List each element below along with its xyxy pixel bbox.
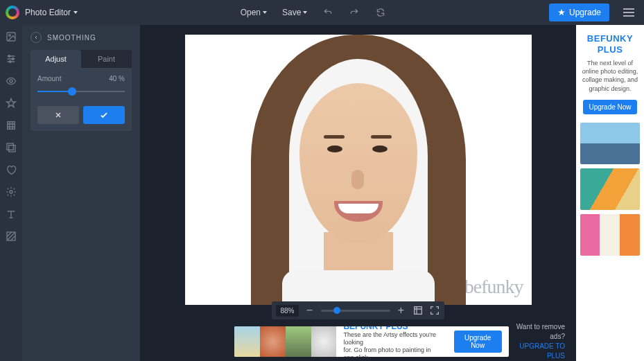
svg-point-2 [8, 55, 10, 58]
heart-tool-icon[interactable] [5, 164, 17, 176]
remove-ads-question: Want to remove ads? [509, 322, 565, 342]
ad-text: BEFUNKY PLUS These are the Artsy effects… [336, 326, 446, 357]
star-icon [557, 8, 566, 17]
ad-upgrade-button[interactable]: Upgrade Now [454, 331, 502, 353]
main-row: SMOOTHING Adjust Paint Amount 40 % [0, 25, 644, 361]
bottom-strip: BEFUNKY PLUS These are the Artsy effects… [140, 322, 576, 361]
check-icon [99, 110, 109, 120]
sidebar-upgrade-button[interactable]: Upgrade Now [583, 100, 636, 114]
frame-tool-icon[interactable] [5, 119, 17, 132]
upgrade-button[interactable]: Upgrade [549, 3, 609, 21]
gear-tool-icon[interactable] [5, 186, 17, 198]
zoom-slider[interactable] [321, 310, 390, 312]
panel-header: SMOOTHING [31, 32, 132, 43]
panel-tabs: Adjust Paint [31, 50, 132, 68]
hamburger-menu-icon[interactable] [619, 3, 638, 22]
amount-label: Amount [37, 75, 61, 82]
ad-thumb [311, 326, 337, 357]
sidebar-ad-thumb[interactable] [580, 214, 640, 256]
slider-thumb[interactable] [68, 87, 76, 96]
fit-screen-icon[interactable] [412, 305, 424, 316]
app-title-label: Photo Editor [25, 8, 71, 17]
tool-rail [0, 25, 22, 361]
back-button[interactable] [31, 32, 42, 43]
sidebar-ad-desc: The next level of online photo editing, … [580, 59, 640, 93]
zoom-slider-thumb[interactable] [333, 307, 340, 314]
sidebar-ad-thumb[interactable] [580, 123, 640, 164]
ad-thumb [286, 326, 311, 357]
bottom-ad: BEFUNKY PLUS These are the Artsy effects… [234, 326, 509, 357]
text-tool-icon[interactable] [5, 208, 17, 220]
svg-point-1 [9, 35, 11, 37]
upgrade-to-plus-link[interactable]: UPGRADE TO PLUS [509, 342, 565, 361]
svg-point-9 [10, 191, 12, 193]
sidebar-ad-title: BEFUNKY PLUS [580, 33, 640, 55]
remove-ads: Want to remove ads? UPGRADE TO PLUS [509, 322, 565, 361]
chevron-down-icon [73, 11, 78, 14]
ad-title: BEFUNKY PLUS [343, 326, 440, 331]
zoom-toolbar: 88% − + [272, 301, 444, 319]
amount-slider[interactable] [37, 87, 125, 96]
logo-icon [6, 6, 19, 19]
app-title-dropdown[interactable]: Photo Editor [25, 8, 78, 17]
top-bar: Photo Editor Open Save Upgrade [0, 0, 644, 25]
watermark: befunky [464, 276, 523, 298]
tab-adjust[interactable]: Adjust [31, 50, 81, 68]
slider-fill [37, 91, 72, 92]
svg-rect-7 [7, 143, 13, 150]
redo-icon[interactable] [349, 7, 360, 18]
open-menu[interactable]: Open [241, 8, 267, 17]
eye-tool-icon[interactable] [5, 75, 17, 87]
sidebar-ad: BEFUNKY PLUS The next level of online ph… [576, 25, 644, 361]
save-label: Save [282, 8, 301, 17]
open-label: Open [241, 8, 261, 17]
panel-title: SMOOTHING [47, 34, 96, 42]
close-icon [54, 111, 62, 119]
zoom-label: 88% [276, 305, 298, 317]
image-tool-icon[interactable] [5, 30, 17, 43]
cancel-button[interactable] [37, 106, 79, 124]
amount-row: Amount 40 % [37, 75, 125, 82]
arrow-left-icon [33, 35, 39, 40]
chevron-down-icon [303, 11, 307, 14]
undo-icon[interactable] [322, 7, 333, 18]
svg-point-5 [10, 80, 12, 82]
save-menu[interactable]: Save [282, 8, 307, 17]
svg-point-4 [9, 61, 11, 63]
action-buttons [37, 106, 125, 124]
sidebar-ad-thumb[interactable] [580, 168, 640, 210]
photo-canvas[interactable]: befunky [185, 35, 532, 305]
controls-box: Amount 40 % [31, 68, 132, 131]
zoom-out-button[interactable]: − [304, 305, 315, 316]
reset-icon[interactable] [375, 7, 386, 18]
apply-button[interactable] [83, 106, 125, 124]
properties-panel: SMOOTHING Adjust Paint Amount 40 % [22, 25, 140, 361]
svg-rect-6 [8, 122, 15, 130]
chevron-down-icon [263, 11, 267, 14]
ad-desc-line2: for. Go from photo to painting in one cl… [343, 346, 440, 357]
canvas-area: befunky 88% − + BEFUNKY PLUS These are t… [140, 25, 576, 361]
adjust-tool-icon[interactable] [5, 53, 17, 65]
texture-tool-icon[interactable] [5, 230, 17, 243]
amount-value: 40 % [109, 75, 125, 82]
svg-rect-11 [414, 307, 421, 315]
overlay-tool-icon[interactable] [5, 141, 17, 154]
slider-track [37, 91, 125, 92]
svg-rect-8 [9, 146, 15, 152]
zoom-in-button[interactable]: + [396, 305, 407, 316]
tab-paint[interactable]: Paint [81, 50, 132, 68]
ad-thumb [260, 326, 286, 357]
upgrade-label: Upgrade [569, 8, 601, 17]
svg-point-3 [12, 58, 14, 60]
ad-desc-line1: These are the Artsy effects you're looki… [343, 331, 440, 346]
topbar-center: Open Save [83, 7, 543, 18]
fullscreen-icon[interactable] [429, 305, 440, 316]
star-tool-icon[interactable] [5, 97, 17, 109]
ad-thumb [234, 326, 260, 357]
